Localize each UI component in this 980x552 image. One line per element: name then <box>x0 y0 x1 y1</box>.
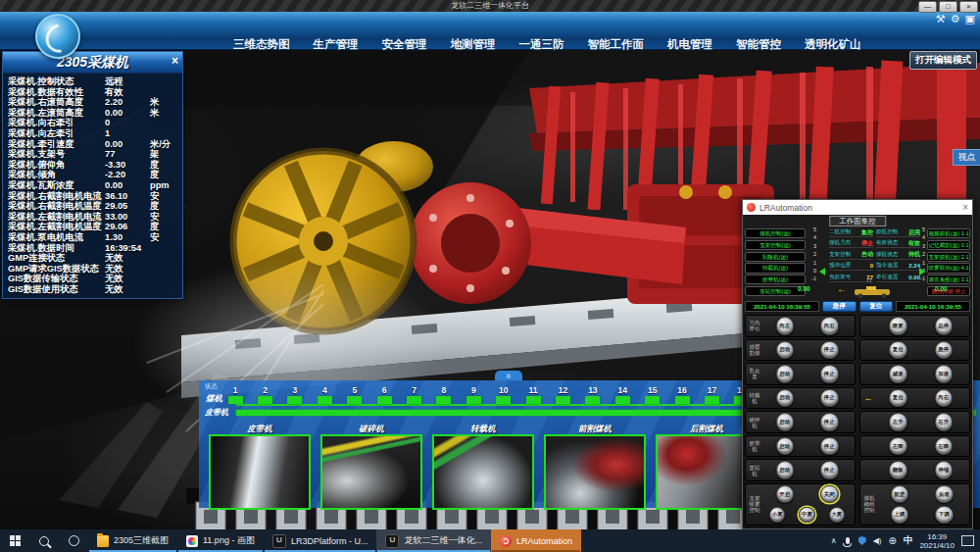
preset-button[interactable]: 支架控制(远) <box>745 240 806 250</box>
menu-item[interactable]: 安全管理 <box>382 37 427 52</box>
support-status-indicator[interactable] <box>705 396 719 404</box>
control-button[interactable]: 翻板 <box>889 461 907 479</box>
control-button[interactable]: 复位 <box>889 389 907 408</box>
menu-item[interactable]: 机电管理 <box>667 37 712 52</box>
control-button[interactable]: 停止 <box>820 461 839 479</box>
resize-icon[interactable]: ▣ <box>965 13 975 25</box>
support-status-indicator[interactable] <box>287 396 302 404</box>
support-status-indicator[interactable] <box>556 396 570 404</box>
camera-feed[interactable] <box>432 434 534 510</box>
network-icon[interactable]: ⊕ <box>889 536 897 546</box>
menu-item[interactable]: 地测管理 <box>451 37 496 52</box>
start-button[interactable] <box>0 529 29 552</box>
collapse-panel-button[interactable]: » <box>495 371 522 380</box>
menu-item[interactable]: 生产管理 <box>314 37 359 52</box>
preset-button[interactable]: 转载机(远) <box>745 263 806 273</box>
control-button[interactable]: 停止 <box>820 437 839 456</box>
gear-icon[interactable]: ⚙ <box>951 13 960 25</box>
estop-button[interactable]: 急停 <box>822 301 857 312</box>
control-button[interactable]: 开启 <box>776 485 795 504</box>
support-status-indicator[interactable] <box>585 396 600 404</box>
preset-button[interactable]: 喷雾联动(远) 4.1 <box>927 263 970 273</box>
control-button[interactable]: 减速 <box>889 365 907 383</box>
control-button[interactable]: 小雾 <box>769 507 786 524</box>
close-button[interactable]: × <box>959 1 978 13</box>
microphone-icon[interactable] <box>846 537 850 544</box>
control-button[interactable]: 左升 <box>889 413 907 431</box>
taskbar-item[interactable]: U LR3DPlatform - U... <box>264 529 377 552</box>
workface-control-tab[interactable]: 工作面集控 <box>829 216 886 226</box>
tools-icon[interactable]: ⚒ <box>936 13 946 25</box>
control-button[interactable]: 停止 <box>820 365 839 383</box>
control-button[interactable]: 启动 <box>776 461 795 479</box>
shearer-slider-icon[interactable] <box>851 284 894 302</box>
clock[interactable]: 16:39 2021/4/10 <box>919 532 955 550</box>
control-button[interactable]: 关闭 <box>820 485 839 504</box>
control-button[interactable]: 加速 <box>935 365 954 383</box>
preset-button[interactable]: 胶带机(远) <box>745 275 806 284</box>
control-button[interactable]: 启动 <box>776 413 795 431</box>
taskbar-item[interactable]: 11.png - 画图 <box>177 529 264 552</box>
support-status-indicator[interactable] <box>258 396 272 404</box>
control-button[interactable]: 启动 <box>776 341 795 360</box>
control-button[interactable]: 总停 <box>935 317 954 335</box>
control-button[interactable]: 右降 <box>935 437 954 456</box>
menu-item[interactable]: 一通三防 <box>519 37 564 52</box>
control-button[interactable]: 左降 <box>889 437 907 456</box>
control-button[interactable]: 急停 <box>935 341 954 360</box>
control-button[interactable]: 中雾 <box>799 507 815 524</box>
support-status-indicator[interactable] <box>675 396 690 404</box>
control-button[interactable]: 停止 <box>820 389 839 408</box>
camera-feed[interactable] <box>320 434 422 510</box>
control-button[interactable]: 上调 <box>891 506 909 525</box>
preset-button[interactable]: 泵站控制(远) <box>745 286 806 296</box>
taskbar-item[interactable]: 2305三维截图 <box>88 529 177 552</box>
minimize-button[interactable]: — <box>918 1 937 13</box>
camera-feed[interactable] <box>544 434 646 510</box>
control-button[interactable]: 大雾 <box>829 507 846 524</box>
control-button[interactable]: 喷雾 <box>889 317 907 335</box>
control-button[interactable]: 后退 <box>935 485 954 504</box>
support-status-indicator[interactable] <box>466 396 481 404</box>
support-status-indicator[interactable] <box>318 396 332 404</box>
preset-button[interactable]: 刮板机(远) <box>745 252 806 262</box>
support-status-indicator[interactable] <box>496 396 511 404</box>
control-button[interactable]: 停止 <box>820 413 839 431</box>
maximize-button[interactable]: □ <box>939 1 957 13</box>
support-status-indicator[interactable] <box>645 396 660 404</box>
support-status-indicator[interactable] <box>228 396 243 404</box>
cortana-button[interactable] <box>59 529 88 552</box>
touch-keyboard-icon[interactable] <box>961 535 974 546</box>
preset-button[interactable]: 急停闭锁 停止 <box>927 286 970 296</box>
control-button[interactable]: 伸缩 <box>935 461 954 479</box>
control-button[interactable]: 向右 <box>935 389 954 408</box>
close-icon[interactable]: × <box>962 203 968 213</box>
taskbar-item[interactable]: LRAutomation <box>491 529 581 552</box>
reset-button[interactable]: 复位 <box>859 301 894 312</box>
support-status-indicator[interactable] <box>347 396 362 404</box>
support-status-indicator[interactable] <box>407 396 421 404</box>
control-button[interactable]: 下调 <box>935 506 954 525</box>
menu-item[interactable]: 智能管控 <box>736 37 781 52</box>
search-button[interactable] <box>29 529 59 552</box>
lrautomation-titlebar[interactable]: LRAutomation × <box>743 200 972 215</box>
preset-button[interactable]: 视频跟机(远) 1.1 <box>927 228 970 238</box>
menu-item[interactable]: 智能工作面 <box>588 37 645 52</box>
support-status-indicator[interactable] <box>377 396 392 404</box>
preset-button[interactable]: 调直系统(远) 3.1 <box>927 275 970 284</box>
preset-button[interactable]: 煤机控制(远) <box>745 228 806 238</box>
control-button[interactable]: 向右 <box>820 317 839 335</box>
close-icon[interactable]: × <box>172 54 178 68</box>
menu-item[interactable]: 三维态势图 <box>233 37 290 52</box>
camera-feed[interactable] <box>209 434 311 510</box>
os-titlebar[interactable]: 龙软二三维一体化平台 <box>0 0 980 12</box>
speaker-icon[interactable]: ◀) <box>873 537 882 545</box>
control-button[interactable]: 启动 <box>776 365 795 383</box>
control-button[interactable]: 启动 <box>776 437 795 456</box>
support-status-indicator[interactable] <box>436 396 451 404</box>
preset-button[interactable]: 支架跟机(远) 2.1 <box>927 252 970 262</box>
control-button[interactable]: 右升 <box>935 413 954 431</box>
menu-item[interactable]: 透明化矿山 <box>805 37 861 52</box>
security-shield-icon[interactable] <box>858 536 866 545</box>
control-button[interactable]: 启动 <box>776 389 795 408</box>
